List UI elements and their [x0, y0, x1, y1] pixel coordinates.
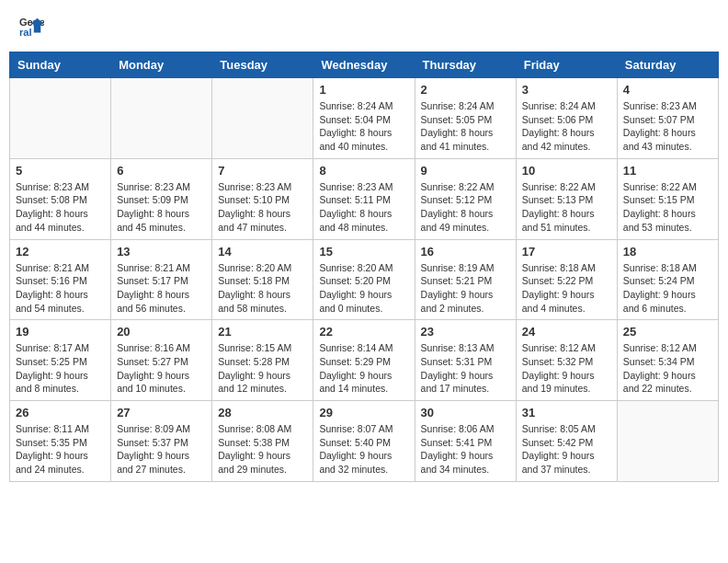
day-info: Sunrise: 8:13 AM Sunset: 5:31 PM Dayligh…	[421, 341, 510, 396]
day-number: 25	[623, 325, 712, 339]
day-info: Sunrise: 8:24 AM Sunset: 5:06 PM Dayligh…	[522, 99, 611, 154]
day-number: 29	[319, 406, 408, 419]
calendar-week-3: 12Sunrise: 8:21 AM Sunset: 5:16 PM Dayli…	[10, 239, 719, 320]
day-number: 1	[319, 83, 408, 97]
calendar-cell: 29Sunrise: 8:07 AM Sunset: 5:40 PM Dayli…	[313, 401, 415, 482]
day-info: Sunrise: 8:19 AM Sunset: 5:21 PM Dayligh…	[421, 261, 510, 316]
day-number: 13	[117, 245, 206, 259]
calendar-cell: 21Sunrise: 8:15 AM Sunset: 5:28 PM Dayli…	[212, 320, 313, 401]
calendar-cell: 19Sunrise: 8:17 AM Sunset: 5:25 PM Dayli…	[10, 320, 111, 401]
day-info: Sunrise: 8:23 AM Sunset: 5:07 PM Dayligh…	[623, 99, 712, 154]
day-number: 21	[218, 325, 307, 339]
day-number: 4	[623, 83, 712, 97]
day-info: Sunrise: 8:06 AM Sunset: 5:41 PM Dayligh…	[421, 422, 510, 477]
day-info: Sunrise: 8:21 AM Sunset: 5:17 PM Dayligh…	[117, 261, 206, 316]
calendar-cell: 25Sunrise: 8:12 AM Sunset: 5:34 PM Dayli…	[617, 320, 718, 401]
day-info: Sunrise: 8:20 AM Sunset: 5:20 PM Dayligh…	[319, 261, 408, 316]
calendar-cell: 26Sunrise: 8:11 AM Sunset: 5:35 PM Dayli…	[10, 401, 111, 482]
calendar: SundayMondayTuesdayWednesdayThursdayFrid…	[9, 52, 719, 482]
calendar-cell: 12Sunrise: 8:21 AM Sunset: 5:16 PM Dayli…	[10, 239, 111, 320]
day-info: Sunrise: 8:23 AM Sunset: 5:09 PM Dayligh…	[117, 180, 206, 235]
day-number: 20	[117, 325, 206, 339]
calendar-cell: 27Sunrise: 8:09 AM Sunset: 5:37 PM Dayli…	[111, 401, 212, 482]
day-info: Sunrise: 8:05 AM Sunset: 5:42 PM Dayligh…	[522, 422, 611, 477]
day-info: Sunrise: 8:09 AM Sunset: 5:37 PM Dayligh…	[117, 422, 206, 477]
day-info: Sunrise: 8:20 AM Sunset: 5:18 PM Dayligh…	[218, 261, 307, 316]
calendar-cell	[212, 78, 313, 159]
calendar-cell: 6Sunrise: 8:23 AM Sunset: 5:09 PM Daylig…	[111, 158, 212, 239]
calendar-cell: 4Sunrise: 8:23 AM Sunset: 5:07 PM Daylig…	[617, 78, 718, 159]
day-number: 3	[522, 83, 611, 97]
calendar-cell: 24Sunrise: 8:12 AM Sunset: 5:32 PM Dayli…	[516, 320, 617, 401]
calendar-cell: 31Sunrise: 8:05 AM Sunset: 5:42 PM Dayli…	[516, 401, 617, 482]
calendar-cell: 18Sunrise: 8:18 AM Sunset: 5:24 PM Dayli…	[617, 239, 718, 320]
day-number: 26	[16, 406, 105, 419]
calendar-cell: 30Sunrise: 8:06 AM Sunset: 5:41 PM Dayli…	[415, 401, 516, 482]
day-number: 2	[421, 83, 510, 97]
day-info: Sunrise: 8:23 AM Sunset: 5:10 PM Dayligh…	[218, 180, 307, 235]
day-number: 17	[522, 245, 611, 259]
day-number: 7	[218, 164, 307, 178]
calendar-cell: 20Sunrise: 8:16 AM Sunset: 5:27 PM Dayli…	[111, 320, 212, 401]
day-info: Sunrise: 8:22 AM Sunset: 5:15 PM Dayligh…	[623, 180, 712, 235]
day-info: Sunrise: 8:16 AM Sunset: 5:27 PM Dayligh…	[117, 341, 206, 396]
logo: Gene ral	[18, 14, 48, 40]
calendar-cell: 11Sunrise: 8:22 AM Sunset: 5:15 PM Dayli…	[617, 158, 718, 239]
calendar-cell: 22Sunrise: 8:14 AM Sunset: 5:29 PM Dayli…	[313, 320, 415, 401]
header-thursday: Thursday	[415, 52, 516, 78]
calendar-cell	[617, 401, 718, 482]
day-info: Sunrise: 8:18 AM Sunset: 5:22 PM Dayligh…	[522, 261, 611, 316]
day-info: Sunrise: 8:15 AM Sunset: 5:28 PM Dayligh…	[218, 341, 307, 396]
calendar-cell: 17Sunrise: 8:18 AM Sunset: 5:22 PM Dayli…	[516, 239, 617, 320]
header-saturday: Saturday	[617, 52, 718, 78]
day-number: 6	[117, 164, 206, 178]
calendar-cell: 15Sunrise: 8:20 AM Sunset: 5:20 PM Dayli…	[313, 239, 415, 320]
day-info: Sunrise: 8:17 AM Sunset: 5:25 PM Dayligh…	[16, 341, 105, 396]
calendar-cell: 10Sunrise: 8:22 AM Sunset: 5:13 PM Dayli…	[516, 158, 617, 239]
day-info: Sunrise: 8:18 AM Sunset: 5:24 PM Dayligh…	[623, 261, 712, 316]
day-number: 30	[421, 406, 510, 419]
calendar-cell: 7Sunrise: 8:23 AM Sunset: 5:10 PM Daylig…	[212, 158, 313, 239]
calendar-header-row: SundayMondayTuesdayWednesdayThursdayFrid…	[10, 52, 719, 78]
day-number: 22	[319, 325, 408, 339]
calendar-cell: 9Sunrise: 8:22 AM Sunset: 5:12 PM Daylig…	[415, 158, 516, 239]
day-number: 11	[623, 164, 712, 178]
svg-text:ral: ral	[19, 27, 32, 38]
day-number: 12	[16, 245, 105, 259]
day-number: 15	[319, 245, 408, 259]
header-monday: Monday	[111, 52, 212, 78]
calendar-cell: 2Sunrise: 8:24 AM Sunset: 5:05 PM Daylig…	[415, 78, 516, 159]
day-info: Sunrise: 8:08 AM Sunset: 5:38 PM Dayligh…	[218, 422, 307, 477]
calendar-cell	[10, 78, 111, 159]
day-info: Sunrise: 8:21 AM Sunset: 5:16 PM Dayligh…	[16, 261, 105, 316]
calendar-cell: 16Sunrise: 8:19 AM Sunset: 5:21 PM Dayli…	[415, 239, 516, 320]
header-friday: Friday	[516, 52, 617, 78]
day-info: Sunrise: 8:12 AM Sunset: 5:34 PM Dayligh…	[623, 341, 712, 396]
day-info: Sunrise: 8:23 AM Sunset: 5:08 PM Dayligh…	[16, 180, 105, 235]
calendar-cell: 23Sunrise: 8:13 AM Sunset: 5:31 PM Dayli…	[415, 320, 516, 401]
calendar-cell: 3Sunrise: 8:24 AM Sunset: 5:06 PM Daylig…	[516, 78, 617, 159]
calendar-cell: 5Sunrise: 8:23 AM Sunset: 5:08 PM Daylig…	[10, 158, 111, 239]
day-info: Sunrise: 8:23 AM Sunset: 5:11 PM Dayligh…	[319, 180, 408, 235]
day-info: Sunrise: 8:22 AM Sunset: 5:12 PM Dayligh…	[421, 180, 510, 235]
header-tuesday: Tuesday	[212, 52, 313, 78]
day-number: 28	[218, 406, 307, 419]
header-sunday: Sunday	[10, 52, 111, 78]
day-info: Sunrise: 8:14 AM Sunset: 5:29 PM Dayligh…	[319, 341, 408, 396]
day-number: 10	[522, 164, 611, 178]
day-number: 23	[421, 325, 510, 339]
day-number: 5	[16, 164, 105, 178]
calendar-cell: 14Sunrise: 8:20 AM Sunset: 5:18 PM Dayli…	[212, 239, 313, 320]
calendar-cell	[111, 78, 212, 159]
calendar-week-2: 5Sunrise: 8:23 AM Sunset: 5:08 PM Daylig…	[10, 158, 719, 239]
day-number: 31	[522, 406, 611, 419]
day-number: 14	[218, 245, 307, 259]
day-info: Sunrise: 8:22 AM Sunset: 5:13 PM Dayligh…	[522, 180, 611, 235]
day-number: 24	[522, 325, 611, 339]
day-info: Sunrise: 8:07 AM Sunset: 5:40 PM Dayligh…	[319, 422, 408, 477]
calendar-cell: 28Sunrise: 8:08 AM Sunset: 5:38 PM Dayli…	[212, 401, 313, 482]
day-info: Sunrise: 8:24 AM Sunset: 5:04 PM Dayligh…	[319, 99, 408, 154]
calendar-cell: 13Sunrise: 8:21 AM Sunset: 5:17 PM Dayli…	[111, 239, 212, 320]
day-info: Sunrise: 8:12 AM Sunset: 5:32 PM Dayligh…	[522, 341, 611, 396]
header: Gene ral	[9, 9, 719, 44]
